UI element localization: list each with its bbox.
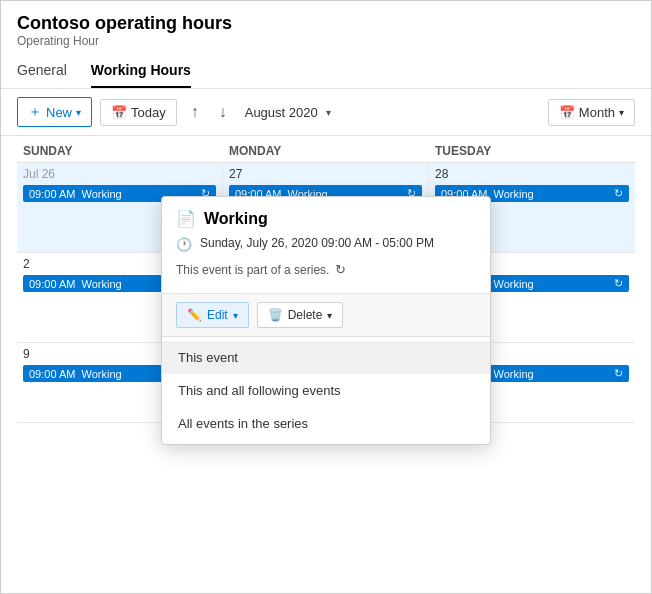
- new-button[interactable]: ＋ New ▾: [17, 97, 92, 127]
- month-calendar-icon: 📅: [559, 105, 575, 120]
- today-button[interactable]: 📅 Today: [100, 99, 177, 126]
- popup-series-text: This event is part of a series.: [176, 263, 329, 277]
- delete-label: Delete: [288, 308, 323, 322]
- plus-icon: ＋: [28, 103, 42, 121]
- delete-button[interactable]: 🗑️ Delete ▾: [257, 302, 344, 328]
- day-header-monday: Monday: [223, 140, 429, 162]
- event-title-jul26: Working: [81, 188, 121, 200]
- edit-chevron-icon: ▾: [233, 310, 238, 321]
- popup-title-text: Working: [204, 210, 268, 228]
- clock-icon: 🕐: [176, 237, 192, 252]
- popup-datetime-row: 🕐 Sunday, July 26, 2020 09:00 AM - 05:00…: [176, 236, 476, 252]
- delete-chevron-icon: ▾: [327, 310, 332, 321]
- popup-header: 📄 Working 🕐 Sunday, July 26, 2020 09:00 …: [162, 197, 490, 294]
- tab-general[interactable]: General: [17, 56, 67, 88]
- series-refresh-icon: ↻: [335, 262, 346, 277]
- event-time-jul26: 09:00 AM: [29, 188, 75, 200]
- trash-icon: 🗑️: [268, 308, 283, 322]
- today-label: Today: [131, 105, 166, 120]
- event-time-9: 09:00 AM: [29, 368, 75, 380]
- event-title-aug4: Working: [493, 278, 533, 290]
- date-jul28: 28: [435, 167, 629, 181]
- toolbar: ＋ New ▾ 📅 Today ↑ ↓ August 2020 ▾ 📅 Mont…: [1, 89, 651, 136]
- new-label: New: [46, 105, 72, 120]
- date-jul27: 27: [229, 167, 422, 181]
- event-title-9: Working: [81, 368, 121, 380]
- month-button[interactable]: 📅 Month ▾: [548, 99, 635, 126]
- dropdown-item-this-and-following[interactable]: This and all following events: [162, 374, 490, 407]
- app-subtitle: Operating Hour: [17, 34, 635, 48]
- day-header-sunday: Sunday: [17, 140, 223, 162]
- event-title-11: Working: [493, 368, 533, 380]
- chevron-down-icon: ▾: [76, 107, 81, 118]
- month-label: Month: [579, 105, 615, 120]
- day-header-tuesday: Tuesday: [429, 140, 635, 162]
- calendar-event-icon: 📄: [176, 209, 196, 228]
- day-headers: Sunday Monday Tuesday: [17, 136, 635, 163]
- dropdown-item-this-event[interactable]: This event: [162, 341, 490, 374]
- popup-actions: ✏️ Edit ▾ 🗑️ Delete ▾: [162, 294, 490, 337]
- app-title: Contoso operating hours: [17, 13, 635, 34]
- refresh-icon-aug4: ↻: [614, 277, 623, 290]
- event-time-2: 09:00 AM: [29, 278, 75, 290]
- date-jul26: Jul 26: [23, 167, 216, 181]
- popup-series-row: This event is part of a series. ↻: [176, 258, 476, 285]
- calendar-icon: 📅: [111, 105, 127, 120]
- refresh-icon-11: ↻: [614, 367, 623, 380]
- refresh-icon-jul28: ↻: [614, 187, 623, 200]
- month-chevron-icon: ▾: [619, 107, 624, 118]
- event-popup: 📄 Working 🕐 Sunday, July 26, 2020 09:00 …: [161, 196, 491, 445]
- date-label: August 2020: [245, 105, 318, 120]
- tab-working-hours[interactable]: Working Hours: [91, 56, 191, 88]
- popup-dropdown-menu: This event This and all following events…: [162, 337, 490, 444]
- prev-arrow-button[interactable]: ↑: [185, 99, 205, 125]
- event-title-2: Working: [81, 278, 121, 290]
- calendar: Sunday Monday Tuesday Jul 26 09:00 AM Wo…: [1, 136, 651, 423]
- tabs: General Working Hours: [17, 56, 635, 88]
- next-arrow-button[interactable]: ↓: [213, 99, 233, 125]
- popup-datetime: Sunday, July 26, 2020 09:00 AM - 05:00 P…: [200, 236, 434, 250]
- event-title-jul28: Working: [493, 188, 533, 200]
- popup-title: 📄 Working: [176, 209, 476, 228]
- app-header: Contoso operating hours Operating Hour G…: [1, 1, 651, 89]
- date-chevron-icon: ▾: [326, 107, 331, 118]
- edit-button[interactable]: ✏️ Edit ▾: [176, 302, 249, 328]
- dropdown-item-all-events[interactable]: All events in the series: [162, 407, 490, 440]
- pencil-icon: ✏️: [187, 308, 202, 322]
- edit-label: Edit: [207, 308, 228, 322]
